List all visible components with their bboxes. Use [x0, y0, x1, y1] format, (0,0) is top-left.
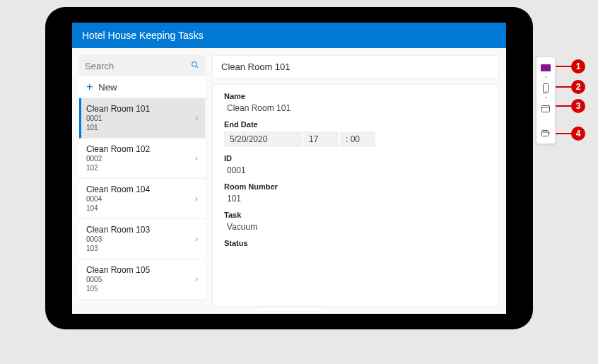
date-icon[interactable]	[537, 125, 555, 141]
list-item-id: 0004	[86, 194, 198, 204]
list-item[interactable]: Clean Room 1010001101›	[79, 98, 205, 139]
app-header: Hotel House Keeping Tasks	[72, 23, 506, 48]
room-label: Room Number	[224, 182, 487, 191]
svg-rect-2	[541, 64, 551, 71]
list-item[interactable]: Clean Room 1030003103›	[79, 219, 205, 259]
callout-1: 1	[571, 59, 585, 74]
callout-line	[556, 105, 573, 107]
enddate-min[interactable]: : 00	[340, 131, 375, 147]
list-item-id: 0005	[86, 275, 198, 284]
svg-rect-7	[542, 131, 549, 136]
svg-rect-5	[542, 106, 550, 112]
detail-form: Name Clean Room 101 End Date 5/20/2020 1…	[212, 84, 499, 307]
list-item[interactable]: Clean Room 1050005105›	[79, 259, 205, 300]
list-item-room: 105	[86, 284, 198, 293]
list-item-title: Clean Room 103	[86, 225, 198, 235]
list-item[interactable]: Clean Room 1040004104›	[79, 179, 205, 219]
window-icon[interactable]	[537, 101, 555, 117]
id-label: ID	[224, 154, 487, 163]
detail-header: Clean Room 101	[212, 55, 499, 78]
chevron-right-icon: ›	[195, 113, 198, 123]
search-input[interactable]: Search	[79, 55, 205, 76]
chevron-right-icon: ›	[195, 234, 198, 244]
app-screen: Hotel House Keeping Tasks Search + New C…	[72, 23, 506, 314]
name-label: Name	[224, 92, 487, 100]
app-body: Search + New Clean Room 1010001101›Clean…	[72, 48, 506, 314]
callout-line	[556, 66, 573, 67]
task-label: Task	[224, 211, 487, 219]
left-panel: Search + New Clean Room 1010001101›Clean…	[79, 55, 205, 307]
new-button[interactable]: + New	[79, 76, 205, 98]
chevron-down-icon[interactable]: ⌄	[537, 93, 555, 100]
list-item-id: 0003	[86, 235, 198, 244]
chevron-right-icon: ›	[195, 153, 198, 163]
list-item-title: Clean Room 104	[86, 184, 198, 194]
list-item-title: Clean Room 105	[86, 265, 198, 275]
callout-4: 4	[571, 127, 585, 141]
plus-icon: +	[86, 81, 93, 93]
list-item-room: 103	[86, 244, 198, 253]
id-value[interactable]: 0001	[224, 165, 487, 175]
callout-line	[556, 86, 573, 88]
toolbox-panel: ⌄ ⌄	[536, 57, 556, 144]
name-value[interactable]: Clean Room 101	[224, 103, 487, 113]
list-item-room: 104	[86, 204, 198, 213]
callout-3: 3	[571, 99, 585, 113]
svg-point-0	[192, 62, 197, 67]
chevron-down-icon[interactable]: ⌄	[537, 73, 555, 79]
enddate-value[interactable]: 5/20/2020 17 : 00	[224, 131, 487, 147]
list-item-title: Clean Room 101	[86, 104, 198, 114]
list-item-id: 0002	[86, 154, 198, 163]
list-item-title: Clean Room 102	[86, 144, 198, 154]
list-item-room: 101	[86, 123, 198, 132]
new-label: New	[98, 82, 117, 93]
task-value[interactable]: Vacuum	[224, 222, 487, 232]
task-list[interactable]: Clean Room 1010001101›Clean Room 1020002…	[79, 98, 205, 307]
tablet-frame: Hotel House Keeping Tasks Search + New C…	[45, 7, 533, 329]
svg-line-1	[197, 66, 199, 69]
enddate-hour[interactable]: 17	[303, 131, 339, 147]
status-label: Status	[224, 239, 487, 247]
detail-panel: Clean Room 101 Name Clean Room 101 End D…	[212, 55, 499, 307]
list-item-id: 0001	[86, 114, 198, 123]
callout-2: 2	[571, 80, 585, 94]
home-indicator	[257, 308, 321, 311]
search-icon	[191, 60, 199, 71]
search-placeholder: Search	[85, 61, 114, 71]
enddate-date[interactable]: 5/20/2020	[224, 131, 302, 147]
callout-line	[556, 133, 573, 134]
list-item[interactable]: Clean Room 1020002102›	[79, 139, 205, 179]
room-value[interactable]: 101	[224, 194, 487, 204]
enddate-label: End Date	[224, 120, 487, 129]
chevron-right-icon: ›	[195, 194, 198, 204]
detail-title: Clean Room 101	[221, 61, 291, 72]
app-title: Hotel House Keeping Tasks	[82, 30, 204, 41]
list-item-room: 102	[86, 163, 198, 172]
chevron-right-icon: ›	[195, 274, 198, 284]
